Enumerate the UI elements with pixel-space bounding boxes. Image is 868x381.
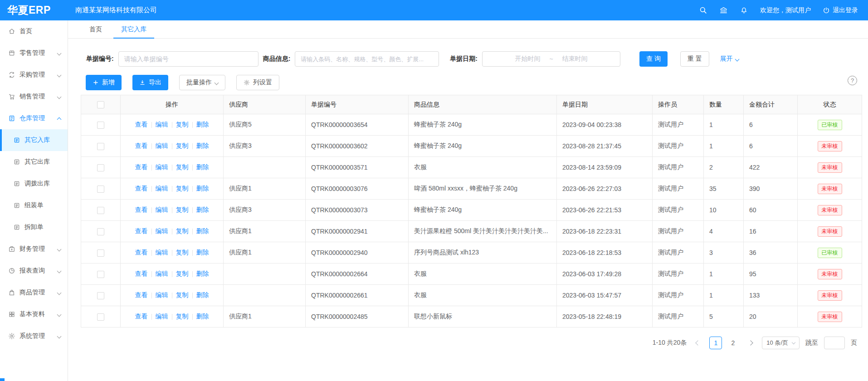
action-view-link[interactable]: 查看 — [135, 313, 148, 321]
sidebar-item-transfer-out[interactable]: 调拨出库 — [0, 173, 68, 195]
sidebar-item-warehouse[interactable]: 仓库管理 — [0, 107, 68, 129]
sidebar-item-sales[interactable]: 销售管理 — [0, 86, 68, 107]
action-edit-link[interactable]: 编辑 — [156, 227, 168, 235]
action-delete-link[interactable]: 删除 — [196, 163, 209, 171]
action-delete-link[interactable]: 删除 — [196, 142, 209, 150]
cell-date: 2023-06-03 15:47:57 — [557, 285, 653, 306]
sidebar-item-system[interactable]: 系统管理 — [0, 325, 68, 347]
action-view-link[interactable]: 查看 — [135, 185, 148, 193]
action-edit-link[interactable]: 编辑 — [156, 185, 168, 193]
cell-bill_no: QTRK00000002485 — [306, 306, 409, 327]
logout-button[interactable]: 退出登录 — [823, 6, 858, 15]
inbound-table: 操作供应商单据编号商品信息单据日期操作员数量金额合计状态 查看编辑复制删除供应商… — [81, 95, 862, 327]
action-copy-link[interactable]: 复制 — [176, 270, 189, 278]
action-separator — [192, 143, 193, 149]
action-view-link[interactable]: 查看 — [135, 249, 148, 257]
action-delete-link[interactable]: 删除 — [196, 270, 209, 278]
action-delete-link[interactable]: 删除 — [196, 291, 209, 299]
column-settings-button[interactable]: 列设置 — [236, 75, 279, 90]
tab-other-inbound[interactable]: 其它入库 — [113, 20, 154, 38]
sidebar-item-home[interactable]: 首页 — [0, 20, 68, 42]
sidebar-item-report[interactable]: 报表查询 — [0, 260, 68, 282]
sidebar-item-label: 首页 — [20, 27, 32, 35]
row-checkbox[interactable] — [97, 271, 104, 278]
action-view-link[interactable]: 查看 — [135, 121, 148, 129]
action-view-link[interactable]: 查看 — [135, 206, 148, 214]
row-checkbox[interactable] — [97, 143, 104, 150]
next-page-button[interactable] — [745, 337, 756, 349]
prev-page-button[interactable] — [692, 337, 703, 349]
action-copy-link[interactable]: 复制 — [176, 185, 189, 193]
row-checkbox[interactable] — [97, 292, 104, 299]
row-checkbox[interactable] — [97, 207, 104, 214]
reset-button[interactable]: 重 置 — [680, 51, 709, 67]
page-size-select[interactable]: 10 条/页 — [762, 337, 800, 349]
header-actions: 欢迎您，测试用户 退出登录 — [699, 6, 868, 15]
row-checkbox[interactable] — [97, 313, 104, 321]
sidebar-item-other-in[interactable]: 其它入库 — [0, 129, 68, 151]
action-edit-link[interactable]: 编辑 — [156, 313, 168, 321]
action-copy-link[interactable]: 复制 — [176, 206, 189, 214]
sidebar-item-goods[interactable]: 商品管理 — [0, 282, 68, 303]
row-checkbox[interactable] — [97, 228, 104, 235]
pagination-total: 1-10 共20条 — [653, 339, 687, 347]
bill-no-input[interactable] — [118, 51, 258, 67]
sidebar-item-finance[interactable]: 财务管理 — [0, 238, 68, 260]
action-copy-link[interactable]: 复制 — [176, 249, 189, 257]
action-copy-link[interactable]: 复制 — [176, 227, 189, 235]
goods-info-input[interactable] — [295, 51, 439, 67]
action-view-link[interactable]: 查看 — [135, 142, 148, 150]
page-number-1[interactable]: 1 — [709, 337, 722, 349]
sidebar-item-assembly[interactable]: 组装单 — [0, 195, 68, 216]
row-checkbox[interactable] — [97, 164, 104, 171]
action-view-link[interactable]: 查看 — [135, 227, 148, 235]
action-view-link[interactable]: 查看 — [135, 270, 148, 278]
tab-home[interactable]: 首页 — [82, 20, 110, 38]
select-all-checkbox[interactable] — [97, 101, 104, 108]
action-edit-link[interactable]: 编辑 — [156, 121, 168, 129]
action-edit-link[interactable]: 编辑 — [156, 142, 168, 150]
sidebar-item-disassembly[interactable]: 拆卸单 — [0, 216, 68, 238]
add-button[interactable]: 新增 — [86, 75, 122, 90]
expand-link[interactable]: 展开 — [720, 55, 739, 63]
sidebar-item-retail[interactable]: 零售管理 — [0, 42, 68, 64]
action-copy-link[interactable]: 复制 — [176, 291, 189, 299]
action-edit-link[interactable]: 编辑 — [156, 291, 168, 299]
sidebar-item-purchase[interactable]: 采购管理 — [0, 64, 68, 86]
row-checkbox[interactable] — [97, 186, 104, 193]
action-delete-link[interactable]: 删除 — [196, 185, 209, 193]
date-range-picker[interactable]: 开始时间 ~ 结束时间 — [482, 51, 620, 67]
action-copy-link[interactable]: 复制 — [176, 142, 189, 150]
notification-bell-icon[interactable] — [740, 6, 748, 15]
status-badge: 未审核 — [818, 290, 842, 301]
search-icon[interactable] — [699, 6, 707, 15]
cell-goods: 啤酒 580ml xxsxx，蜂蜜柚子茶 240g — [409, 178, 557, 200]
search-button[interactable]: 查 询 — [639, 51, 668, 67]
action-view-link[interactable]: 查看 — [135, 291, 148, 299]
jump-page-input[interactable] — [824, 337, 845, 349]
cell-qty: 4 — [704, 221, 744, 242]
row-checkbox[interactable] — [97, 249, 104, 257]
action-edit-link[interactable]: 编辑 — [156, 270, 168, 278]
action-delete-link[interactable]: 删除 — [196, 249, 209, 257]
action-copy-link[interactable]: 复制 — [176, 121, 189, 129]
action-delete-link[interactable]: 删除 — [196, 121, 209, 129]
action-view-link[interactable]: 查看 — [135, 163, 148, 171]
batch-label: 批量操作 — [186, 78, 212, 87]
sidebar-item-other-out[interactable]: 其它出库 — [0, 151, 68, 173]
action-edit-link[interactable]: 编辑 — [156, 163, 168, 171]
action-copy-link[interactable]: 复制 — [176, 163, 189, 171]
action-copy-link[interactable]: 复制 — [176, 313, 189, 321]
page-number-2[interactable]: 2 — [727, 337, 739, 349]
action-delete-link[interactable]: 删除 — [196, 206, 209, 214]
action-edit-link[interactable]: 编辑 — [156, 249, 168, 257]
action-delete-link[interactable]: 删除 — [196, 313, 209, 321]
export-button[interactable]: 导出 — [132, 75, 168, 90]
batch-actions-button[interactable]: 批量操作 — [179, 75, 225, 90]
action-edit-link[interactable]: 编辑 — [156, 206, 168, 214]
help-icon[interactable]: ? — [848, 76, 857, 85]
action-delete-link[interactable]: 删除 — [196, 227, 209, 235]
bank-icon[interactable] — [719, 6, 728, 15]
sidebar-item-basic[interactable]: 基本资料 — [0, 303, 68, 325]
row-checkbox[interactable] — [97, 122, 104, 129]
